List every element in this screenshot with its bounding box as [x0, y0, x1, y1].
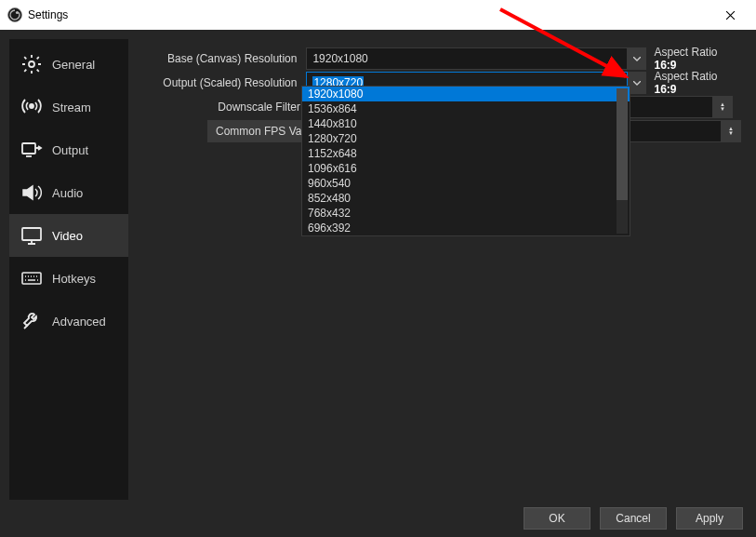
dialog-footer: OK Cancel Apply [0, 500, 756, 537]
keyboard-icon [20, 267, 43, 289]
resolution-option[interactable]: 1280x720 [302, 131, 630, 146]
resolution-option[interactable]: 852x480 [302, 191, 630, 206]
svg-rect-5 [22, 228, 41, 240]
downscale-filter-spin[interactable]: ▲▼ [713, 96, 733, 118]
resolution-option[interactable]: 1920x1080 [302, 87, 630, 101]
resolution-option[interactable]: 1536x864 [302, 101, 630, 116]
sidebar-item-label: General [52, 58, 95, 72]
sidebar-item-stream[interactable]: Stream [9, 86, 128, 128]
base-resolution-label: Base (Canvas) Resolution [128, 52, 306, 65]
tools-icon [20, 310, 43, 332]
svg-point-1 [16, 11, 19, 14]
svg-rect-4 [22, 143, 35, 154]
sidebar: General Stream Output Audio Video Hotkey… [9, 39, 128, 500]
svg-point-3 [30, 104, 33, 108]
output-resolution-label: Output (Scaled) Resolution [128, 76, 306, 89]
sidebar-item-label: Hotkeys [52, 272, 96, 286]
obs-logo-icon [7, 7, 22, 22]
sidebar-item-label: Video [52, 229, 83, 243]
resolution-option[interactable]: 960x540 [302, 176, 630, 191]
titlebar: Settings [0, 0, 756, 30]
dropdown-scrollbar-thumb[interactable] [617, 88, 628, 200]
sidebar-item-hotkeys[interactable]: Hotkeys [9, 257, 128, 300]
output-aspect-ratio: Aspect Ratio 16:9 [654, 70, 741, 96]
sidebar-item-video[interactable]: Video [9, 214, 128, 257]
content-pane: Base (Canvas) Resolution 1920x1080 Aspec… [128, 39, 747, 500]
gear-icon [20, 53, 43, 75]
resolution-option[interactable]: 1152x648 [302, 146, 630, 161]
apply-button[interactable]: Apply [676, 507, 743, 530]
base-aspect-ratio: Aspect Ratio 16:9 [654, 46, 741, 72]
sidebar-item-label: Stream [52, 101, 91, 114]
resolution-option[interactable]: 696x392 [302, 221, 630, 235]
cancel-button[interactable]: Cancel [600, 507, 667, 530]
svg-point-2 [29, 61, 34, 67]
sidebar-item-audio[interactable]: Audio [9, 171, 128, 214]
resolution-option[interactable]: 1096x616 [302, 161, 630, 176]
sidebar-item-label: Output [52, 143, 88, 157]
sidebar-item-general[interactable]: General [9, 43, 128, 86]
downscale-filter-label: Downscale Filter [128, 101, 310, 114]
sidebar-item-output[interactable]: Output [9, 128, 128, 171]
base-resolution-select[interactable]: 1920x1080 [306, 47, 627, 70]
window-title: Settings [28, 8, 68, 21]
fps-value-spin[interactable]: ▲▼ [722, 120, 741, 142]
settings-dialog: General Stream Output Audio Video Hotkey… [0, 30, 756, 537]
resolution-option[interactable]: 768x432 [302, 206, 630, 221]
output-icon [20, 139, 43, 161]
base-resolution-dropdown-button[interactable] [628, 47, 647, 70]
speaker-icon [20, 181, 43, 204]
ok-button[interactable]: OK [524, 507, 590, 530]
base-resolution-value: 1920x1080 [312, 52, 367, 65]
monitor-icon [20, 224, 43, 247]
sidebar-item-label: Advanced [52, 315, 106, 329]
window-close-button[interactable] [711, 0, 749, 30]
sidebar-item-label: Audio [52, 186, 83, 200]
svg-rect-6 [22, 273, 41, 284]
sidebar-item-advanced[interactable]: Advanced [9, 300, 128, 342]
output-resolution-dropdown[interactable]: 1920x1080 1536x864 1440x810 1280x720 115… [301, 86, 630, 236]
resolution-option[interactable]: 1440x810 [302, 116, 630, 131]
broadcast-icon [20, 96, 43, 118]
